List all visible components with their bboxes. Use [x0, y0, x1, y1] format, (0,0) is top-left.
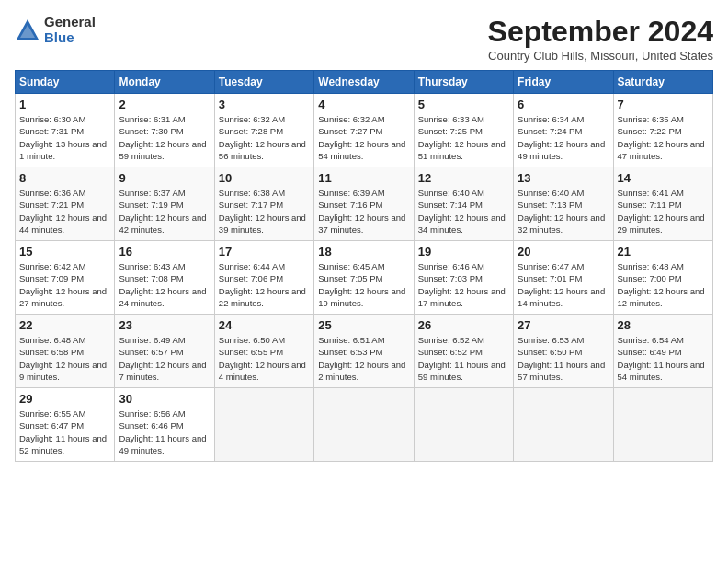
day-number: 25	[318, 318, 409, 332]
day-number: 24	[219, 318, 310, 332]
calendar-cell: 29Sunrise: 6:55 AMSunset: 6:47 PMDayligh…	[16, 388, 115, 462]
week-row-1: 1Sunrise: 6:30 AMSunset: 7:31 PMDaylight…	[16, 94, 713, 167]
day-info: Sunrise: 6:49 AMSunset: 6:57 PMDaylight:…	[119, 335, 206, 382]
day-number: 26	[418, 318, 509, 332]
day-number: 7	[618, 98, 709, 111]
day-number: 15	[19, 245, 110, 259]
day-info: Sunrise: 6:43 AMSunset: 7:08 PMDaylight:…	[119, 261, 206, 308]
calendar-table: SundayMondayTuesdayWednesdayThursdayFrid…	[15, 70, 713, 462]
calendar-cell: 24Sunrise: 6:50 AMSunset: 6:55 PMDayligh…	[214, 315, 313, 388]
day-info: Sunrise: 6:33 AMSunset: 7:25 PMDaylight:…	[418, 114, 506, 161]
day-info: Sunrise: 6:34 AMSunset: 7:24 PMDaylight:…	[518, 114, 605, 161]
day-info: Sunrise: 6:39 AMSunset: 7:16 PMDaylight:…	[318, 188, 405, 235]
calendar-cell: 26Sunrise: 6:52 AMSunset: 6:52 PMDayligh…	[414, 315, 513, 388]
calendar-cell: 27Sunrise: 6:53 AMSunset: 6:50 PMDayligh…	[514, 315, 613, 388]
day-number: 2	[119, 98, 210, 111]
day-number: 13	[518, 171, 609, 185]
calendar-cell: 2Sunrise: 6:31 AMSunset: 7:30 PMDaylight…	[115, 94, 214, 167]
calendar-cell: 7Sunrise: 6:35 AMSunset: 7:22 PMDaylight…	[613, 94, 712, 167]
calendar-cell: 5Sunrise: 6:33 AMSunset: 7:25 PMDaylight…	[414, 94, 513, 167]
calendar-cell: 19Sunrise: 6:46 AMSunset: 7:03 PMDayligh…	[414, 241, 513, 315]
day-number: 28	[618, 318, 709, 332]
calendar-cell: 21Sunrise: 6:48 AMSunset: 7:00 PMDayligh…	[613, 241, 712, 315]
calendar-cell: 14Sunrise: 6:41 AMSunset: 7:11 PMDayligh…	[613, 167, 712, 241]
day-info: Sunrise: 6:32 AMSunset: 7:28 PMDaylight:…	[219, 114, 306, 161]
day-number: 5	[418, 98, 509, 111]
day-number: 8	[19, 171, 110, 185]
day-info: Sunrise: 6:44 AMSunset: 7:06 PMDaylight:…	[219, 261, 306, 308]
day-info: Sunrise: 6:38 AMSunset: 7:17 PMDaylight:…	[219, 188, 306, 235]
day-number: 18	[318, 245, 409, 259]
day-number: 12	[418, 171, 509, 185]
month-title: September 2024	[488, 15, 713, 49]
calendar-cell: 8Sunrise: 6:36 AMSunset: 7:21 PMDaylight…	[16, 167, 115, 241]
calendar-cell: 23Sunrise: 6:49 AMSunset: 6:57 PMDayligh…	[115, 315, 214, 388]
logo: General Blue	[15, 15, 96, 45]
calendar-cell	[214, 388, 313, 462]
calendar-cell: 6Sunrise: 6:34 AMSunset: 7:24 PMDaylight…	[514, 94, 613, 167]
calendar-cell	[314, 388, 414, 462]
weekday-header-sunday: Sunday	[16, 71, 115, 94]
day-info: Sunrise: 6:36 AMSunset: 7:21 PMDaylight:…	[19, 188, 107, 235]
day-info: Sunrise: 6:32 AMSunset: 7:27 PMDaylight:…	[318, 114, 405, 161]
calendar-cell: 16Sunrise: 6:43 AMSunset: 7:08 PMDayligh…	[115, 241, 214, 315]
calendar-cell	[514, 388, 613, 462]
day-info: Sunrise: 6:31 AMSunset: 7:30 PMDaylight:…	[119, 114, 206, 161]
logo-general: General	[44, 15, 96, 30]
calendar-cell: 22Sunrise: 6:48 AMSunset: 6:58 PMDayligh…	[16, 315, 115, 388]
weekday-header-friday: Friday	[514, 71, 613, 94]
day-info: Sunrise: 6:53 AMSunset: 6:50 PMDaylight:…	[518, 335, 605, 382]
calendar-cell: 28Sunrise: 6:54 AMSunset: 6:49 PMDayligh…	[613, 315, 712, 388]
day-number: 1	[19, 98, 110, 111]
logo-icon	[15, 17, 40, 43]
calendar-cell: 9Sunrise: 6:37 AMSunset: 7:19 PMDaylight…	[115, 167, 214, 241]
day-info: Sunrise: 6:46 AMSunset: 7:03 PMDaylight:…	[418, 261, 506, 308]
weekday-header-saturday: Saturday	[613, 71, 712, 94]
calendar-cell	[613, 388, 712, 462]
calendar-cell	[414, 388, 513, 462]
location-title: Country Club Hills, Missouri, United Sta…	[488, 49, 713, 63]
day-number: 10	[219, 171, 310, 185]
week-row-5: 29Sunrise: 6:55 AMSunset: 6:47 PMDayligh…	[16, 388, 713, 462]
weekday-header-wednesday: Wednesday	[314, 71, 414, 94]
day-number: 11	[318, 171, 409, 185]
day-info: Sunrise: 6:37 AMSunset: 7:19 PMDaylight:…	[119, 188, 206, 235]
day-info: Sunrise: 6:56 AMSunset: 6:46 PMDaylight:…	[119, 408, 206, 455]
day-number: 23	[119, 318, 210, 332]
day-info: Sunrise: 6:48 AMSunset: 7:00 PMDaylight:…	[618, 261, 705, 308]
day-info: Sunrise: 6:50 AMSunset: 6:55 PMDaylight:…	[219, 335, 306, 382]
day-info: Sunrise: 6:40 AMSunset: 7:14 PMDaylight:…	[418, 188, 506, 235]
calendar-cell: 1Sunrise: 6:30 AMSunset: 7:31 PMDaylight…	[16, 94, 115, 167]
logo-text: General Blue	[44, 15, 96, 45]
day-number: 30	[119, 392, 210, 406]
calendar-cell: 15Sunrise: 6:42 AMSunset: 7:09 PMDayligh…	[16, 241, 115, 315]
calendar-cell: 17Sunrise: 6:44 AMSunset: 7:06 PMDayligh…	[214, 241, 313, 315]
day-number: 14	[618, 171, 709, 185]
day-info: Sunrise: 6:41 AMSunset: 7:11 PMDaylight:…	[618, 188, 705, 235]
title-area: September 2024 Country Club Hills, Misso…	[488, 15, 713, 63]
weekday-header-monday: Monday	[115, 71, 214, 94]
calendar-cell: 10Sunrise: 6:38 AMSunset: 7:17 PMDayligh…	[214, 167, 313, 241]
calendar-cell: 20Sunrise: 6:47 AMSunset: 7:01 PMDayligh…	[514, 241, 613, 315]
calendar-cell: 11Sunrise: 6:39 AMSunset: 7:16 PMDayligh…	[314, 167, 414, 241]
day-number: 21	[618, 245, 709, 259]
week-row-2: 8Sunrise: 6:36 AMSunset: 7:21 PMDaylight…	[16, 167, 713, 241]
day-number: 17	[219, 245, 310, 259]
week-row-3: 15Sunrise: 6:42 AMSunset: 7:09 PMDayligh…	[16, 241, 713, 315]
day-number: 27	[518, 318, 609, 332]
day-number: 3	[219, 98, 310, 111]
day-number: 20	[518, 245, 609, 259]
day-info: Sunrise: 6:40 AMSunset: 7:13 PMDaylight:…	[518, 188, 605, 235]
day-info: Sunrise: 6:30 AMSunset: 7:31 PMDaylight:…	[19, 114, 107, 161]
calendar-cell: 18Sunrise: 6:45 AMSunset: 7:05 PMDayligh…	[314, 241, 414, 315]
week-row-4: 22Sunrise: 6:48 AMSunset: 6:58 PMDayligh…	[16, 315, 713, 388]
calendar-cell: 3Sunrise: 6:32 AMSunset: 7:28 PMDaylight…	[214, 94, 313, 167]
day-info: Sunrise: 6:55 AMSunset: 6:47 PMDaylight:…	[19, 408, 107, 455]
calendar-cell: 25Sunrise: 6:51 AMSunset: 6:53 PMDayligh…	[314, 315, 414, 388]
day-info: Sunrise: 6:54 AMSunset: 6:49 PMDaylight:…	[618, 335, 705, 382]
logo-blue: Blue	[44, 30, 96, 46]
weekday-header-row: SundayMondayTuesdayWednesdayThursdayFrid…	[16, 71, 713, 94]
weekday-header-tuesday: Tuesday	[214, 71, 313, 94]
calendar-cell: 13Sunrise: 6:40 AMSunset: 7:13 PMDayligh…	[514, 167, 613, 241]
calendar-cell: 30Sunrise: 6:56 AMSunset: 6:46 PMDayligh…	[115, 388, 214, 462]
